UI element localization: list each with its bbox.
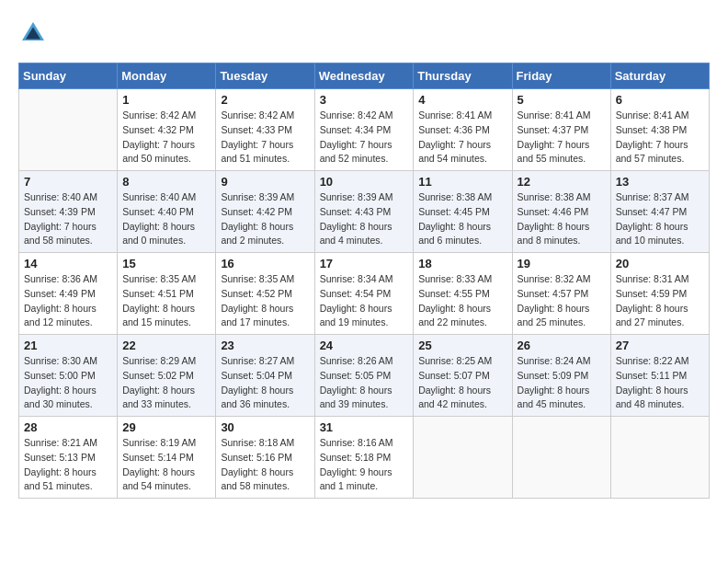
calendar-cell: 3 Sunrise: 8:42 AMSunset: 4:34 PMDayligh… — [314, 89, 414, 171]
day-number: 28 — [24, 420, 112, 434]
day-info: Sunrise: 8:35 AMSunset: 4:52 PMDaylight:… — [221, 272, 309, 330]
day-info: Sunrise: 8:24 AMSunset: 5:09 PMDaylight:… — [518, 354, 606, 412]
calendar-week-row: 21 Sunrise: 8:30 AMSunset: 5:00 PMDaylig… — [19, 335, 710, 417]
day-info: Sunrise: 8:38 AMSunset: 4:46 PMDaylight:… — [518, 190, 606, 248]
day-number: 2 — [221, 93, 309, 107]
day-number: 23 — [221, 339, 309, 352]
day-number: 16 — [221, 257, 309, 270]
calendar-cell: 17 Sunrise: 8:34 AMSunset: 4:54 PMDaylig… — [314, 253, 414, 335]
day-info: Sunrise: 8:25 AMSunset: 5:07 PMDaylight:… — [418, 354, 506, 412]
calendar-cell: 9 Sunrise: 8:39 AMSunset: 4:42 PMDayligh… — [216, 171, 314, 253]
calendar-table: SundayMondayTuesdayWednesdayThursdayFrid… — [18, 63, 710, 499]
day-number: 7 — [24, 175, 112, 189]
calendar-cell: 6 Sunrise: 8:41 AMSunset: 4:38 PMDayligh… — [610, 89, 709, 171]
day-number: 25 — [418, 339, 506, 352]
day-number: 15 — [122, 257, 210, 270]
calendar-cell: 1 Sunrise: 8:42 AMSunset: 4:32 PMDayligh… — [118, 89, 216, 171]
day-info: Sunrise: 8:38 AMSunset: 4:45 PMDaylight:… — [418, 190, 506, 248]
calendar-cell: 2 Sunrise: 8:42 AMSunset: 4:33 PMDayligh… — [216, 89, 314, 171]
day-number: 10 — [320, 175, 409, 189]
calendar-week-row: 14 Sunrise: 8:36 AMSunset: 4:49 PMDaylig… — [19, 253, 710, 335]
day-info: Sunrise: 8:16 AMSunset: 5:18 PMDaylight:… — [320, 436, 409, 494]
logo — [18, 18, 51, 48]
weekday-header: Monday — [118, 63, 216, 89]
day-info: Sunrise: 8:41 AMSunset: 4:38 PMDaylight:… — [616, 109, 704, 167]
calendar-week-row: 7 Sunrise: 8:40 AMSunset: 4:39 PMDayligh… — [19, 171, 710, 253]
calendar-cell: 14 Sunrise: 8:36 AMSunset: 4:49 PMDaylig… — [19, 253, 118, 335]
weekday-header: Sunday — [19, 63, 118, 89]
day-number: 11 — [418, 175, 506, 189]
calendar-cell: 13 Sunrise: 8:37 AMSunset: 4:47 PMDaylig… — [610, 171, 709, 253]
calendar-cell: 5 Sunrise: 8:41 AMSunset: 4:37 PMDayligh… — [512, 89, 610, 171]
day-info: Sunrise: 8:40 AMSunset: 4:40 PMDaylight:… — [122, 190, 210, 248]
calendar-cell: 18 Sunrise: 8:33 AMSunset: 4:55 PMDaylig… — [414, 253, 512, 335]
day-info: Sunrise: 8:39 AMSunset: 4:42 PMDaylight:… — [221, 190, 309, 248]
day-info: Sunrise: 8:29 AMSunset: 5:02 PMDaylight:… — [122, 354, 210, 412]
day-number: 5 — [518, 93, 606, 107]
calendar-cell: 25 Sunrise: 8:25 AMSunset: 5:07 PMDaylig… — [414, 335, 512, 417]
day-info: Sunrise: 8:42 AMSunset: 4:33 PMDaylight:… — [221, 109, 309, 167]
calendar-cell: 26 Sunrise: 8:24 AMSunset: 5:09 PMDaylig… — [512, 335, 610, 417]
calendar-cell: 4 Sunrise: 8:41 AMSunset: 4:36 PMDayligh… — [414, 89, 512, 171]
day-info: Sunrise: 8:42 AMSunset: 4:34 PMDaylight:… — [320, 109, 409, 167]
day-number: 27 — [616, 339, 704, 352]
calendar-cell: 30 Sunrise: 8:18 AMSunset: 5:16 PMDaylig… — [216, 417, 314, 499]
day-info: Sunrise: 8:42 AMSunset: 4:32 PMDaylight:… — [122, 109, 210, 167]
calendar-cell: 27 Sunrise: 8:22 AMSunset: 5:11 PMDaylig… — [610, 335, 709, 417]
day-number: 22 — [122, 339, 210, 352]
calendar-cell: 8 Sunrise: 8:40 AMSunset: 4:40 PMDayligh… — [118, 171, 216, 253]
day-number: 21 — [24, 339, 112, 352]
weekday-header: Tuesday — [216, 63, 314, 89]
calendar-cell — [414, 417, 512, 499]
day-number: 30 — [221, 420, 309, 434]
day-info: Sunrise: 8:30 AMSunset: 5:00 PMDaylight:… — [24, 354, 112, 412]
calendar-cell — [610, 417, 709, 499]
day-number: 19 — [518, 257, 606, 270]
day-info: Sunrise: 8:35 AMSunset: 4:51 PMDaylight:… — [122, 272, 210, 330]
day-info: Sunrise: 8:27 AMSunset: 5:04 PMDaylight:… — [221, 354, 309, 412]
day-number: 12 — [518, 175, 606, 189]
calendar-cell: 15 Sunrise: 8:35 AMSunset: 4:51 PMDaylig… — [118, 253, 216, 335]
day-number: 14 — [24, 257, 112, 270]
calendar-cell: 29 Sunrise: 8:19 AMSunset: 5:14 PMDaylig… — [118, 417, 216, 499]
day-info: Sunrise: 8:26 AMSunset: 5:05 PMDaylight:… — [320, 354, 409, 412]
day-info: Sunrise: 8:41 AMSunset: 4:36 PMDaylight:… — [418, 109, 506, 167]
day-number: 17 — [320, 257, 409, 270]
calendar-cell: 21 Sunrise: 8:30 AMSunset: 5:00 PMDaylig… — [19, 335, 118, 417]
day-info: Sunrise: 8:21 AMSunset: 5:13 PMDaylight:… — [24, 436, 112, 494]
day-info: Sunrise: 8:31 AMSunset: 4:59 PMDaylight:… — [616, 272, 704, 330]
calendar-cell: 16 Sunrise: 8:35 AMSunset: 4:52 PMDaylig… — [216, 253, 314, 335]
day-number: 24 — [320, 339, 409, 352]
day-info: Sunrise: 8:34 AMSunset: 4:54 PMDaylight:… — [320, 272, 409, 330]
page-header — [18, 18, 710, 48]
day-number: 9 — [221, 175, 309, 189]
calendar-cell: 28 Sunrise: 8:21 AMSunset: 5:13 PMDaylig… — [19, 417, 118, 499]
day-number: 4 — [418, 93, 506, 107]
day-info: Sunrise: 8:39 AMSunset: 4:43 PMDaylight:… — [320, 190, 409, 248]
calendar-week-row: 28 Sunrise: 8:21 AMSunset: 5:13 PMDaylig… — [19, 417, 710, 499]
calendar-cell: 24 Sunrise: 8:26 AMSunset: 5:05 PMDaylig… — [314, 335, 414, 417]
calendar-cell — [19, 89, 118, 171]
calendar-cell: 20 Sunrise: 8:31 AMSunset: 4:59 PMDaylig… — [610, 253, 709, 335]
day-number: 18 — [418, 257, 506, 270]
day-info: Sunrise: 8:32 AMSunset: 4:57 PMDaylight:… — [518, 272, 606, 330]
day-info: Sunrise: 8:40 AMSunset: 4:39 PMDaylight:… — [24, 190, 112, 248]
calendar-cell: 23 Sunrise: 8:27 AMSunset: 5:04 PMDaylig… — [216, 335, 314, 417]
day-number: 3 — [320, 93, 409, 107]
day-info: Sunrise: 8:22 AMSunset: 5:11 PMDaylight:… — [616, 354, 704, 412]
weekday-header: Friday — [512, 63, 610, 89]
calendar-cell: 12 Sunrise: 8:38 AMSunset: 4:46 PMDaylig… — [512, 171, 610, 253]
day-info: Sunrise: 8:36 AMSunset: 4:49 PMDaylight:… — [24, 272, 112, 330]
calendar-week-row: 1 Sunrise: 8:42 AMSunset: 4:32 PMDayligh… — [19, 89, 710, 171]
day-info: Sunrise: 8:19 AMSunset: 5:14 PMDaylight:… — [122, 436, 210, 494]
day-number: 13 — [616, 175, 704, 189]
day-number: 26 — [518, 339, 606, 352]
day-number: 6 — [616, 93, 704, 107]
calendar-cell: 31 Sunrise: 8:16 AMSunset: 5:18 PMDaylig… — [314, 417, 414, 499]
weekday-header: Wednesday — [314, 63, 414, 89]
day-number: 31 — [320, 420, 409, 434]
calendar-cell: 10 Sunrise: 8:39 AMSunset: 4:43 PMDaylig… — [314, 171, 414, 253]
day-number: 8 — [122, 175, 210, 189]
day-number: 1 — [122, 93, 210, 107]
day-number: 29 — [122, 420, 210, 434]
